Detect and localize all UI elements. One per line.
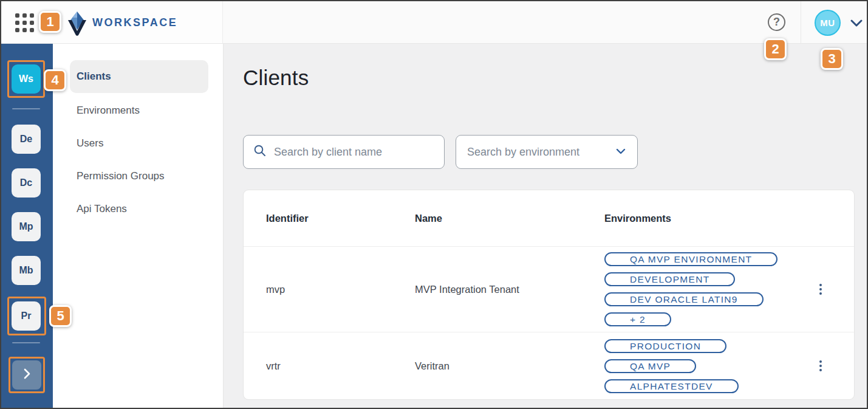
topbar-divider (801, 1, 801, 43)
client-search-box[interactable] (243, 135, 445, 169)
environment-chip: ALPHATESTDEV (604, 379, 739, 393)
rail-item-dc[interactable]: Dc (12, 168, 41, 198)
client-search-input[interactable] (274, 146, 434, 159)
sidebar-item-api-tokens[interactable]: Api Tokens (70, 193, 208, 225)
brand-title: WORKSPACE (92, 16, 177, 29)
environment-chip: QA MVP ENVIRONMENT (604, 252, 777, 266)
environment-chip-list: PRODUCTION QA MVP ALPHATESTDEV (604, 338, 787, 394)
workspace-nav-sidebar: Clients Environments Users Permission Gr… (53, 44, 224, 409)
workspace-logo-icon (67, 11, 87, 39)
rail-item-de[interactable]: De (12, 125, 41, 154)
environment-overflow-chip[interactable]: + 2 (604, 312, 671, 326)
user-avatar[interactable]: MU (815, 10, 841, 36)
environment-chip: DEV ORACLE LATIN9 (604, 292, 764, 306)
callout-badge-4: 4 (44, 69, 66, 91)
environment-chip: DEVELOPMENT (604, 272, 735, 286)
page-title: Clients (243, 66, 309, 90)
callout-badge-3: 3 (821, 48, 843, 70)
help-icon[interactable]: ? (768, 13, 785, 31)
sidebar-item-clients[interactable]: Clients (70, 60, 208, 93)
column-header-identifier: Identifier (266, 213, 415, 224)
rail-divider (12, 108, 40, 109)
app-launcher-grid-icon[interactable] (15, 13, 35, 33)
account-menu-chevron-down-icon[interactable] (849, 18, 864, 31)
rail-item-mp[interactable]: Mp (12, 212, 41, 241)
app-window: WORKSPACE ? MU Ws De Dc Mp Mb Pr Clients… (0, 0, 868, 409)
environment-filter-placeholder: Search by environment (467, 146, 579, 159)
annotation-outline-pr-button (7, 297, 46, 335)
row-actions-kebab-icon[interactable] (815, 359, 826, 373)
row-actions-kebab-icon[interactable] (815, 282, 826, 297)
callout-badge-5: 5 (49, 305, 72, 327)
client-identifier: mvp (266, 284, 415, 295)
column-header-name: Name (415, 213, 604, 224)
sidebar-item-environments[interactable]: Environments (70, 94, 208, 127)
module-rail: Ws De Dc Mp Mb Pr (1, 44, 53, 409)
table-header-row: Identifier Name Environments (244, 190, 854, 247)
environment-chip: QA MVP (604, 359, 696, 373)
client-identifier: vrtr (266, 360, 415, 372)
table-row[interactable]: mvp MVP Integration Tenant QA MVP ENVIRO… (244, 247, 854, 332)
annotation-outline-expand-button (9, 357, 45, 393)
client-name: MVP Integration Tenant (415, 284, 604, 295)
column-header-environments: Environments (604, 213, 787, 224)
callout-badge-1: 1 (39, 11, 61, 33)
environment-chip-list: QA MVP ENVIRONMENT DEVELOPMENT DEV ORACL… (604, 251, 787, 328)
sidebar-item-users[interactable]: Users (70, 127, 208, 160)
chevron-down-icon (615, 146, 626, 159)
table-row[interactable]: vrtr Veritran PRODUCTION QA MVP ALPHATES… (244, 332, 854, 399)
search-icon (253, 144, 267, 160)
annotation-outline-workspace-button (7, 60, 45, 98)
topbar: WORKSPACE ? MU (1, 1, 867, 44)
callout-badge-2: 2 (764, 38, 787, 60)
rail-item-mb[interactable]: Mb (12, 256, 41, 285)
environment-filter-select[interactable]: Search by environment (456, 135, 638, 169)
environment-chip: PRODUCTION (604, 339, 726, 353)
clients-table: Identifier Name Environments mvp MVP Int… (243, 190, 855, 400)
client-name: Veritran (415, 360, 604, 372)
sidebar-item-permission-groups[interactable]: Permission Groups (70, 160, 208, 193)
main-content: Clients Search by environment Identifier… (224, 44, 868, 409)
rail-divider (12, 342, 40, 343)
